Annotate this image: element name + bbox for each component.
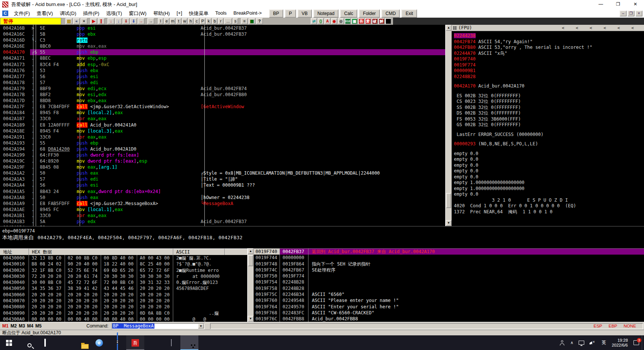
wu-icon[interactable]: 吾 <box>358 18 364 24</box>
hidden-icons-chevron[interactable]: ∧ <box>568 335 576 350</box>
go-back-icon[interactable]: « <box>73 18 80 24</box>
disasm-row[interactable]: 0042A1AE.8945 FCmov [local.1],eax <box>0 207 445 213</box>
taskbar-app-app-dark[interactable] <box>162 335 180 350</box>
taskbar-app-52pojie[interactable]: 吾 <box>126 335 144 350</box>
register-line[interactable]: LastErr ERROR_SUCCESS (00000000) <box>454 132 644 138</box>
history-back-icon[interactable]: < <box>570 26 584 30</box>
hexdump-row[interactable]: 0043006020 20 20 2020 20 20 2020 20 20 2… <box>0 292 247 298</box>
register-line[interactable]: DS 002B 32位 0(FFFFFFFF) <box>454 110 644 116</box>
register-line[interactable]: empty 0.0 <box>454 151 644 157</box>
step-into-icon[interactable]: ↓ <box>107 18 115 24</box>
register-line[interactable]: 02248B28 <box>454 74 644 80</box>
menu-item-breakpoint[interactable]: BreakPoint-> <box>230 9 265 18</box>
disasm-row[interactable]: 0042A194.68 D0A14200push Acid_bur.0042A1… <box>0 146 445 152</box>
stack-row[interactable]: 0019F768022483FCASCII "CW-6560-CRACKED" <box>254 310 644 316</box>
stack-row[interactable]: 0019F76C0042FBB8Acid_bur.0042FBB8 <box>254 316 644 322</box>
disasm-row[interactable]: 0042A1A8.50push eax│hOwner = 02244238 <box>0 195 445 201</box>
stack-row[interactable]: 0019F76402249570ASCII "Enter your serial… <box>254 304 644 310</box>
po-icon[interactable]: 破 <box>372 18 378 24</box>
help-icon[interactable]: ? <box>256 18 263 24</box>
disasm-row[interactable]: 0042A16D└.C3retn <box>0 37 445 43</box>
disassembly-scrollbar[interactable]: ▲ ▼ <box>445 25 452 226</box>
menu-item-[interactable]: 快捷菜单 <box>186 9 212 18</box>
run-icon[interactable]: ▶ <box>90 18 97 24</box>
quick-button-bp[interactable]: BP <box>269 9 283 18</box>
disasm-row[interactable]: 0042A173.83C4 F4add esp,-0xC <box>0 62 445 68</box>
taskbar-app-firefox[interactable] <box>54 335 72 350</box>
quick-button-exit[interactable]: Exit <box>401 9 417 18</box>
spiral-icon[interactable]: ◎ <box>338 18 344 24</box>
disasm-row[interactable]: 0042A1A2.50push eax┌Style = 0x8|MB_ICONE… <box>0 170 445 176</box>
hexdump-scrollbar[interactable]: ▲ ▼ <box>247 248 254 322</box>
maximize-button[interactable]: ❐ <box>609 0 627 9</box>
jie-icon[interactable]: 解 <box>378 18 385 24</box>
disasm-row[interactable]: 0042A17F.E8 7CB4FDFFcall <jmp.&user32.Ge… <box>0 104 445 110</box>
register-line[interactable]: 0019F740 <box>454 56 644 62</box>
panel-button-h[interactable]: h <box>188 18 194 24</box>
ai-icon[interactable]: 爱 <box>365 18 371 24</box>
hexdump-row[interactable]: 0043007020 20 20 2020 20 20 2020 20 20 2… <box>0 298 247 304</box>
register-line[interactable]: GS 002B 32位 0(FFFFFFFF) <box>454 122 644 128</box>
appearance-icon[interactable]: ▩ <box>248 18 255 24</box>
register-line[interactable]: empty 0.0 <box>454 174 644 180</box>
hexdump-row[interactable]: 0043009020 20 20 2020 20 20 2020 20 20 2… <box>0 310 247 316</box>
disasm-row[interactable]: 0042A1B1.33C0xor eax,eax <box>0 213 445 219</box>
menu-item-p[interactable]: 插件(P) <box>80 9 103 18</box>
ime-indicator[interactable]: 英 <box>599 335 609 350</box>
binary-icon[interactable]: 010 <box>345 18 351 24</box>
disasm-row[interactable]: 0042A17D.8BD8mov ebx,eax <box>0 98 445 104</box>
memory-tab-m4[interactable]: M4 <box>25 323 33 329</box>
disasm-row[interactable]: 0042A19F.8B45 08mov eax,[arg.1] <box>0 164 445 170</box>
disasm-row[interactable]: 0042A1B3.5Apop edxAcid_bur.0042FB37 <box>0 219 445 225</box>
disasm-row[interactable]: 0042A18E.8945 F4mov [local.3],eax <box>0 128 445 134</box>
stack-row[interactable]: 0019F75402248B28 <box>254 279 644 285</box>
swap-icon[interactable]: ⇄ <box>311 18 317 24</box>
register-line[interactable]: 3 2 1 0 E S P U O Z D I <box>454 198 644 204</box>
people-icon[interactable] <box>556 335 568 350</box>
disasm-row[interactable]: 0042A1A9.E8 FAB5FDFFcall <jmp.&user32.Me… <box>0 201 445 207</box>
mdi-close-button[interactable]: × <box>635 11 642 17</box>
panel-button-dotdotdot[interactable]: ... <box>224 18 232 24</box>
disasm-row[interactable]: 0042A16C.5Bpop ebxAcid_bur.0042FB37 <box>0 31 445 37</box>
history-back-icon[interactable]: < <box>598 26 612 30</box>
hexdump-row[interactable]: 0043005034 35 36 3738 39 41 4243 44 45 4… <box>0 285 247 291</box>
disasm-row[interactable]: 0042A19C.64:8920mov dword ptr fs:[eax],e… <box>0 158 445 164</box>
open-file-icon[interactable]: ▨ <box>65 18 73 24</box>
quick-button-p[interactable]: P <box>285 9 296 18</box>
scroll-up-icon[interactable]: ▲ <box>248 248 254 254</box>
scroll-down-icon[interactable]: ▼ <box>446 220 452 226</box>
chevron-down-icon[interactable]: ▼ <box>198 324 204 329</box>
taskbar-app-task-view[interactable] <box>36 335 54 350</box>
disasm-row[interactable]: 0042A179.8BF9mov edi,ecxAcid_bur.0042FB7… <box>0 86 445 92</box>
disasm-row[interactable]: 0042A187.33C0xor eax,eax <box>0 116 445 122</box>
execute-till-return-icon[interactable]: → <box>138 18 145 24</box>
register-line[interactable]: 0042A170 Acid_bur.0042A170 <box>454 83 644 89</box>
memory-tab-m5[interactable]: M5 <box>33 323 41 329</box>
hexdump-row[interactable]: 00430010B8 08 24 0290 20 40 0018 22 40 0… <box>0 261 247 267</box>
disasm-row[interactable]: 0042A184.8945 F8mov [local.2],eax <box>0 110 445 116</box>
panel-button-P[interactable]: P <box>200 18 206 24</box>
show-desktop-button[interactable] <box>642 335 644 350</box>
history-back-icon[interactable]: < <box>556 26 570 30</box>
hexdump-row[interactable]: 0043004030 00 8B C045 72 72 6F72 00 8B C… <box>0 279 247 285</box>
stack-row[interactable]: 0019F75C02246B34ASCII "6560" <box>254 291 644 297</box>
quick-button-calc[interactable]: Calc <box>340 9 357 18</box>
register-line[interactable]: 02244A70 ASCII "x鸟" <box>454 51 644 57</box>
panel-button-k[interactable]: k <box>206 18 212 24</box>
stack-row[interactable]: 0019F74400000000 <box>254 255 644 261</box>
register-line[interactable]: 4020 Cond 1 0 0 0 Err 0 0 1 0 0 0 0 0 (E… <box>454 203 644 209</box>
register-line[interactable]: SS 002B 32位 0(FFFFFFFF) <box>454 105 644 111</box>
register-line[interactable]: 0042FB74 ASCII 54,"ry Again!" <box>454 39 644 45</box>
disasm-row[interactable]: 0042A16B>5Epop esiAcid_bur.0042FB37 <box>0 25 445 31</box>
hexdump-row[interactable]: 0043008020 20 20 2020 20 20 2020 20 20 2… <box>0 304 247 310</box>
register-line[interactable]: 0042FB80 ASCII 53,"orry , The serial is … <box>454 45 644 51</box>
menu-item-t[interactable]: 选项(T) <box>103 9 125 18</box>
panel-button-c[interactable]: c <box>194 18 200 24</box>
command-input[interactable]: BP MessageBoxA ▼ <box>112 323 205 329</box>
register-line[interactable]: 000009B1 <box>454 68 644 74</box>
animate-over-icon[interactable]: ⇓ <box>130 18 137 24</box>
brackets-icon[interactable]: () <box>317 18 324 24</box>
hexdump-row[interactable]: 004300A000 00 00 0000 00 40 0000 00 40 0… <box>0 316 247 322</box>
disasm-row[interactable]: 0042A1A3.57push edi│Title = "|諦" <box>0 176 445 182</box>
register-line[interactable]: 0019F774 <box>454 62 644 68</box>
